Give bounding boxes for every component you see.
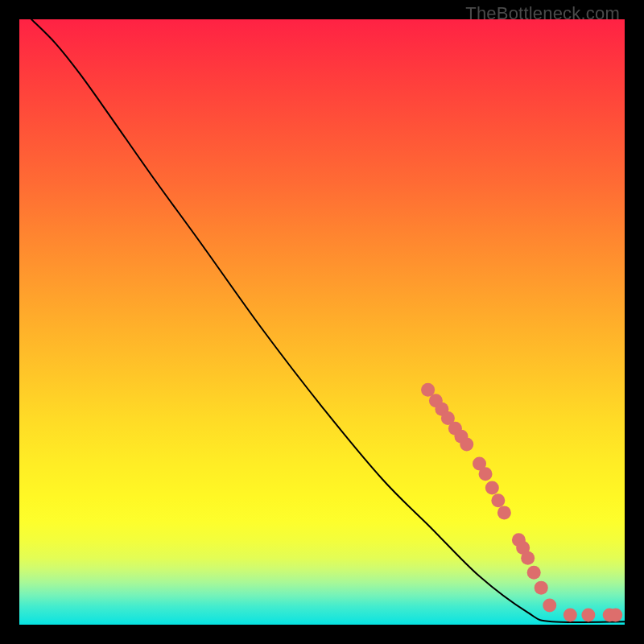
data-point [460, 437, 473, 451]
data-point-group [421, 383, 622, 622]
data-point [497, 506, 511, 519]
data-point [521, 551, 535, 565]
data-point [527, 566, 541, 580]
data-point [581, 608, 595, 621]
data-point [491, 493, 505, 507]
data-point [535, 581, 548, 595]
data-point [609, 608, 622, 621]
data-point [479, 467, 493, 481]
bottleneck-curve [31, 19, 625, 622]
chart-overlay [19, 19, 625, 625]
watermark-text: TheBottleneck.com [465, 3, 620, 24]
data-point [543, 598, 556, 612]
data-point [485, 481, 499, 495]
data-point [564, 608, 577, 621]
chart-plot-area [19, 19, 625, 625]
